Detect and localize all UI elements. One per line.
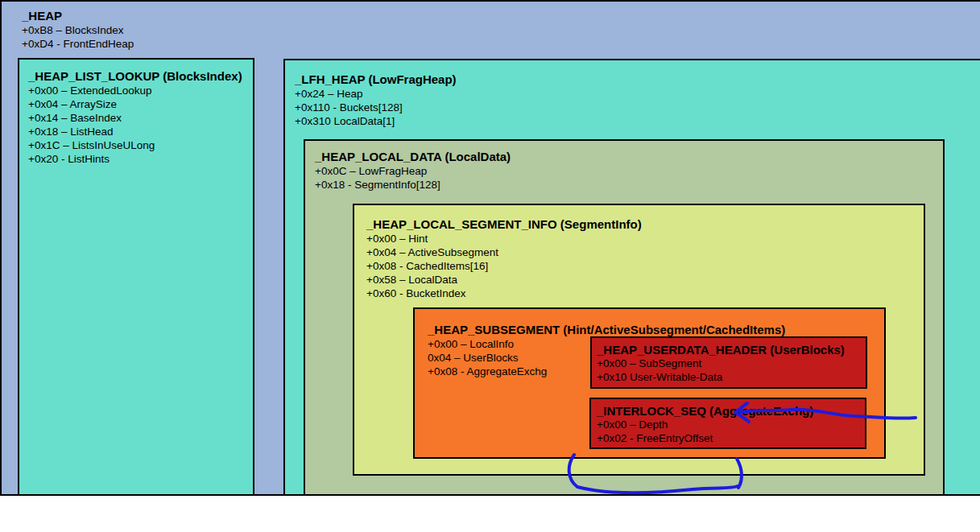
struct-box-heap-local-data: _HEAP_LOCAL_DATA (LocalData) +0x0C – Low… xyxy=(304,139,945,496)
field-offset-entry: +0x18 - SegmentInfo[128] xyxy=(315,178,943,192)
struct-title-heap-list-lookup: _HEAP_LIST_LOOKUP (BlocksIndex) xyxy=(28,69,253,84)
field-offset-entry: +0x10 User-Writable-Data xyxy=(597,371,866,385)
field-offset-entry: +0x58 – LocalData xyxy=(366,273,924,287)
struct-box-heap-local-segment-info: _HEAP_LOCAL_SEGMENT_INFO (SegmentInfo) +… xyxy=(353,204,925,476)
struct-box-heap-subsegment: _HEAP_SUBSEGMENT (Hint/ActiveSubsegment/… xyxy=(413,307,886,459)
field-offset-entry: +0x310 LocalData[1] xyxy=(295,114,980,128)
struct-title-heap-subsegment: _HEAP_SUBSEGMENT (Hint/ActiveSubsegment/… xyxy=(428,323,884,337)
field-offset-entry: +0x00 – ExtendedLookup xyxy=(28,84,253,97)
heap-structures-diagram: _HEAP +0xB8 – BlocksIndex +0xD4 - FrontE… xyxy=(0,0,980,532)
field-offset-entry: +0x00 – Depth xyxy=(597,419,865,432)
struct-box-interlock-seq: _INTERLOCK_SEQ (AggregateExchg) +0x00 – … xyxy=(589,398,866,449)
struct-title-heap-userdata-header: _HEAP_USERDATA_HEADER (UserBlocks) xyxy=(597,343,866,357)
field-offset-entry: +0xB8 – BlocksIndex xyxy=(22,23,980,37)
field-offset-entry: +0x60 - BucketIndex xyxy=(366,287,924,300)
struct-box-heap: _HEAP +0xB8 – BlocksIndex +0xD4 - FrontE… xyxy=(0,0,980,496)
struct-title-heap: _HEAP xyxy=(22,9,980,23)
field-offset-entry: +0x110 - Buckets[128] xyxy=(295,101,980,114)
field-offset-entry: +0x14 – BaseIndex xyxy=(28,111,253,125)
field-offset-entry: +0x00 – SubSegment xyxy=(597,357,866,371)
struct-title-heap-local-segment-info: _HEAP_LOCAL_SEGMENT_INFO (SegmentInfo) xyxy=(366,217,924,232)
struct-box-lfh-heap: _LFH_HEAP (LowFragHeap) +0x24 – Heap +0x… xyxy=(283,59,980,496)
struct-box-heap-userdata-header: _HEAP_USERDATA_HEADER (UserBlocks) +0x00… xyxy=(590,336,867,389)
field-offset-entry: +0xD4 - FrontEndHeap xyxy=(22,37,980,51)
field-offset-entry: +0x02 - FreeEntryOffset xyxy=(597,432,865,446)
field-offset-entry: +0x24 – Heap xyxy=(295,87,980,101)
field-offset-entry: +0x08 - CachedItems[16] xyxy=(366,259,924,273)
struct-title-lfh-heap: _LFH_HEAP (LowFragHeap) xyxy=(295,72,980,87)
struct-title-interlock-seq: _INTERLOCK_SEQ (AggregateExchg) xyxy=(597,404,865,419)
field-offset-entry: +0x0C – LowFragHeap xyxy=(315,164,943,178)
field-offset-entry: +0x00 – Hint xyxy=(366,232,924,245)
struct-box-heap-list-lookup: _HEAP_LIST_LOOKUP (BlocksIndex) +0x00 – … xyxy=(18,58,254,496)
field-offset-entry: +0x18 – ListHead xyxy=(28,125,253,138)
struct-title-heap-local-data: _HEAP_LOCAL_DATA (LocalData) xyxy=(315,150,943,164)
field-offset-entry: +0x04 – ActiveSubsegment xyxy=(366,245,924,259)
field-offset-entry: +0x1C – ListsInUseULong xyxy=(28,138,253,152)
field-offset-entry: +0x04 – ArraySize xyxy=(28,97,253,111)
field-offset-entry: +0x20 - ListHints xyxy=(28,152,253,166)
